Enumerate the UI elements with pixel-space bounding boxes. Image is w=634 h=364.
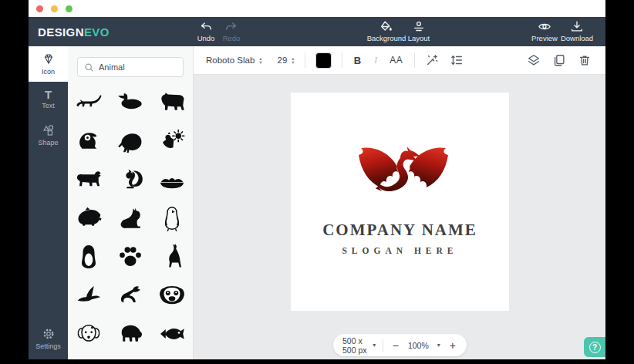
brand-logo: DESIGNEVO [38,17,110,46]
sidebar-item-shape[interactable]: Shape [29,117,68,153]
titlebar [29,0,605,17]
dragon-logo-graphic[interactable] [342,133,458,210]
font-size-value[interactable]: 29 [278,56,288,65]
zoom-out-button[interactable]: − [391,339,400,352]
workspace: Roboto Slab ▴▾ 29 ▴▾ B I AA [194,46,605,359]
animal-icon-hen-sun[interactable] [151,122,193,160]
sidebar-item-text[interactable]: T Text [29,82,68,117]
help-button[interactable]: ? [584,337,605,357]
animal-icon-bear[interactable] [151,83,193,122]
download-icon [570,20,584,33]
layout-button[interactable]: Layout [394,20,443,42]
icon-grid [68,83,193,359]
layers-button[interactable] [527,53,541,67]
text-tool-icon: T [45,89,52,100]
animal-icon-pug-face[interactable] [151,276,193,315]
animal-icon-fish[interactable] [151,315,193,353]
canvas-area: COMPANY NAME SLOGAN HERE 500 x 500 px ▾ … [194,75,605,359]
brand-evo-text: EVO [84,25,110,39]
company-name-text[interactable]: COMPANY NAME [291,221,509,240]
uppercase-button[interactable]: AA [390,55,403,66]
canvas-size-select[interactable]: 500 x 500 px [342,336,369,355]
dragon-left-wing [359,147,399,187]
animal-icon-horse[interactable] [151,353,193,359]
chevron-down-icon: ▾ [437,342,440,349]
toolbar-divider [342,52,342,68]
search-icon [84,62,94,72]
animal-icon-rabbit[interactable] [110,353,151,359]
pill-divider [383,339,383,352]
canvas-size-zoom-bar: 500 x 500 px ▾ − 100% ▾ + [333,334,467,356]
toolbar-divider [305,52,305,68]
magic-effects-button[interactable] [425,53,439,67]
animal-icon-cat[interactable] [110,199,151,238]
download-button[interactable]: Download [552,20,602,42]
question-icon: ? [589,342,601,353]
sidebar-tabs: Icon T Text Shape Settings [29,46,68,359]
search-box [77,57,184,77]
font-size-stepper[interactable]: ▴▾ [292,56,294,64]
animal-icon-penguin[interactable] [68,238,110,276]
close-window-button[interactable] [36,5,43,12]
animal-icon-penguin-outline[interactable] [151,199,193,238]
italic-button[interactable]: I [374,54,377,66]
animal-icon-elephant[interactable] [110,315,151,353]
animal-icon-snake[interactable] [68,353,110,359]
bold-button[interactable]: B [354,55,361,66]
animal-icon-giraffe[interactable] [151,238,193,276]
redo-button[interactable]: Redo [207,20,256,42]
animal-icon-paw-print[interactable] [110,238,151,276]
animal-icon-pig[interactable] [68,199,110,238]
screen: DESIGNEVO Undo Redo Background Layout Pr… [0,0,634,364]
animal-icon-flying-goose[interactable] [68,276,110,315]
redo-icon [224,20,238,33]
animal-icon-cow[interactable] [68,160,110,199]
eye-icon [538,20,551,33]
text-toolbar: Roboto Slab ▴▾ 29 ▴▾ B I AA [194,46,605,75]
slogan-text[interactable]: SLOGAN HERE [291,246,509,255]
minimize-window-button[interactable] [51,5,58,12]
maximize-window-button[interactable] [66,5,73,12]
animal-icon-sloth[interactable] [68,122,110,160]
font-family-select[interactable]: Roboto Slab [206,56,255,65]
animal-icon-ferret[interactable] [68,83,110,122]
duplicate-button[interactable] [552,53,566,67]
animal-icon-frog[interactable] [110,276,151,315]
zoom-level-select[interactable]: 100% [408,341,429,350]
icon-panel [68,46,194,359]
object-actions [527,53,592,67]
animal-icon-pet-bowl[interactable] [151,160,193,199]
app-header: DESIGNEVO Undo Redo Background Layout Pr… [29,17,605,46]
delete-button[interactable] [578,53,592,67]
line-spacing-button[interactable] [450,53,464,67]
diamond-icon [42,52,56,66]
brand-design-text: DESIGN [38,25,84,39]
main-area: Icon T Text Shape Settings [29,46,605,359]
search-input[interactable] [99,62,177,72]
shapes-icon [42,123,56,137]
font-family-stepper[interactable]: ▴▾ [259,56,261,64]
font-color-swatch[interactable] [315,52,332,69]
animal-icon-beagle-face[interactable] [68,315,110,353]
layout-icon [412,20,426,33]
animal-icon-duck[interactable] [110,83,151,122]
animal-icon-squirrel[interactable] [110,160,151,199]
app-window: DESIGNEVO Undo Redo Background Layout Pr… [29,0,605,359]
chevron-down-icon: ▾ [373,342,376,349]
sidebar-item-settings[interactable]: Settings [29,321,68,356]
toolbar-divider [414,52,415,68]
animal-icon-kiwi[interactable] [110,122,151,160]
sidebar-item-icon[interactable]: Icon [29,46,68,82]
zoom-in-button[interactable]: + [448,339,457,352]
gear-icon [42,327,56,341]
logo-canvas[interactable]: COMPANY NAME SLOGAN HERE [291,93,509,311]
paint-bucket-icon [379,20,393,33]
